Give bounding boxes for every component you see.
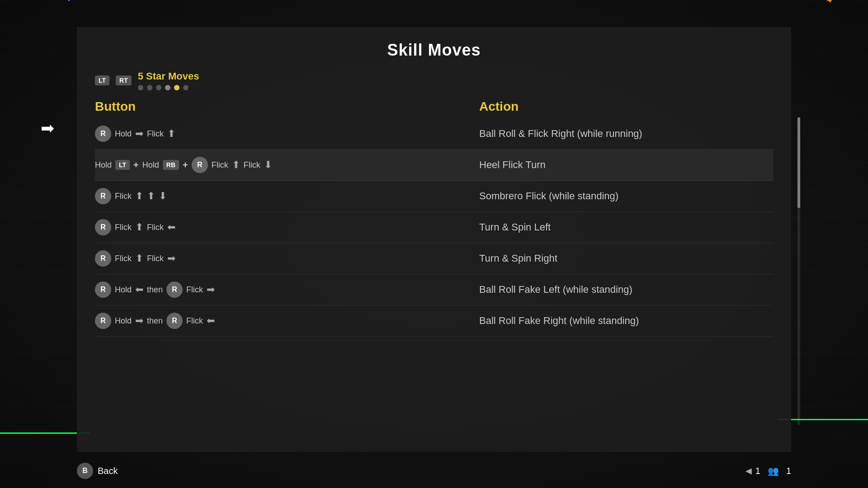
- dot-4: [165, 85, 170, 90]
- action-4: Turn & Spin Left: [479, 221, 773, 233]
- r-button-4: R: [95, 219, 111, 235]
- word-flick-6: Flick: [186, 285, 203, 295]
- word-flick-5b: Flick: [147, 254, 164, 263]
- arrow-right-7: ➡: [135, 315, 143, 327]
- move-row-5[interactable]: R Flick ⬆ Flick ➡ Turn & Spin Right: [95, 243, 773, 274]
- main-panel: Skill Moves LT RT 5 Star Moves Button Ac…: [77, 27, 791, 452]
- move-row-3[interactable]: R Flick ⬆ ⬆ ⬇ Sombrero Flick (while stan…: [95, 181, 773, 212]
- move-row-4[interactable]: R Flick ⬆ Flick ⬅ Turn & Spin Left: [95, 212, 773, 243]
- deco-line-green-right: [778, 419, 868, 420]
- back-button[interactable]: B Back: [77, 463, 118, 479]
- button-sequence-7: R Hold ➡ then R Flick ⬅: [95, 313, 479, 329]
- word-hold-2a: Hold: [95, 160, 112, 170]
- move-row-2[interactable]: Hold LT + Hold RB + R Flick ⬆ Flick ⬇ He…: [95, 150, 773, 181]
- word-flick-7: Flick: [186, 316, 203, 326]
- category-header: LT RT 5 Star Moves: [95, 70, 773, 90]
- dot-5: [174, 85, 179, 90]
- plus-2b: +: [183, 160, 188, 170]
- r-button-6b: R: [166, 282, 183, 298]
- rt-trigger[interactable]: RT: [116, 75, 132, 85]
- action-6: Ball Roll Fake Left (while standing): [479, 284, 773, 296]
- dot-6: [183, 85, 189, 90]
- player-icon: 👥: [768, 465, 779, 476]
- lt-trigger[interactable]: LT: [95, 75, 109, 85]
- word-then-6: then: [147, 285, 163, 295]
- scrollbar-thumb: [797, 117, 800, 208]
- button-sequence-5: R Flick ⬆ Flick ➡: [95, 250, 479, 267]
- arrow-up-2: ⬆: [232, 159, 240, 171]
- word-flick-2b: Flick: [244, 160, 260, 170]
- arrow-up-3b: ⬆: [147, 190, 155, 202]
- arrow-left-7: ⬅: [207, 315, 215, 327]
- column-headers: Button Action: [95, 99, 773, 114]
- button-sequence-4: R Flick ⬆ Flick ⬅: [95, 219, 479, 235]
- r-button-5: R: [95, 250, 111, 267]
- selection-arrow: ➡: [41, 119, 54, 138]
- arrow-up-4: ⬆: [135, 221, 143, 233]
- move-row-1[interactable]: R Hold ➡ Flick ⬆ Ball Roll & Flick Right…: [95, 118, 773, 150]
- action-2: Heel Flick Turn: [479, 159, 773, 171]
- page-info: ◀ 1 👥 1: [745, 465, 791, 476]
- arrow-down-3: ⬇: [159, 190, 167, 202]
- b-circle: B: [77, 463, 93, 479]
- button-sequence-6: R Hold ⬅ then R Flick ➡: [95, 282, 479, 298]
- word-then-7: then: [147, 316, 163, 326]
- page-title: Skill Moves: [95, 41, 773, 60]
- arrow-right-6: ➡: [207, 284, 215, 296]
- back-label: Back: [98, 466, 118, 476]
- r-button-7b: R: [166, 313, 183, 329]
- button-sequence-2: Hold LT + Hold RB + R Flick ⬆ Flick ⬇: [95, 157, 479, 173]
- button-column-header: Button: [95, 99, 479, 114]
- arrow-right-1: ➡: [135, 128, 143, 140]
- moves-list: R Hold ➡ Flick ⬆ Ball Roll & Flick Right…: [95, 118, 773, 337]
- word-hold-2b: Hold: [142, 160, 159, 170]
- lt-btn-2: LT: [115, 160, 130, 170]
- plus-2a: +: [133, 160, 139, 170]
- word-flick-3: Flick: [115, 192, 132, 201]
- page-nav: ◀ 1: [745, 466, 760, 476]
- dot-2: [147, 85, 152, 90]
- r-button-1: R: [95, 126, 111, 142]
- action-column-header: Action: [479, 99, 773, 114]
- nav-arrow-left: ◀: [745, 466, 752, 476]
- move-row-7[interactable]: R Hold ➡ then R Flick ⬅ Ball Roll Fake R…: [95, 305, 773, 337]
- word-hold-1: Hold: [115, 129, 132, 139]
- button-sequence-3: R Flick ⬆ ⬆ ⬇: [95, 188, 479, 204]
- scrollbar[interactable]: [797, 117, 800, 425]
- word-flick-1: Flick: [147, 129, 164, 139]
- dot-1: [138, 85, 143, 90]
- word-flick-5a: Flick: [115, 254, 132, 263]
- dot-3: [156, 85, 161, 90]
- word-hold-6: Hold: [115, 285, 132, 295]
- arrow-left-6: ⬅: [135, 284, 143, 296]
- action-5: Turn & Spin Right: [479, 253, 773, 264]
- arrow-left-4: ⬅: [167, 221, 175, 233]
- arrow-down-2: ⬇: [264, 159, 272, 171]
- action-7: Ball Roll Fake Right (while standing): [479, 315, 773, 327]
- arrow-up-3a: ⬆: [135, 190, 143, 202]
- category-dots: [138, 85, 199, 90]
- arrow-up-5: ⬆: [135, 253, 143, 264]
- arrow-up-1: ⬆: [167, 128, 175, 140]
- word-hold-7: Hold: [115, 316, 132, 326]
- move-row-6[interactable]: R Hold ⬅ then R Flick ➡ Ball Roll Fake L…: [95, 274, 773, 305]
- bottom-bar: B Back ◀ 1 👥 1: [77, 463, 791, 479]
- action-3: Sombrero Flick (while standing): [479, 190, 773, 202]
- word-flick-4b: Flick: [147, 223, 164, 232]
- button-sequence-1: R Hold ➡ Flick ⬆: [95, 126, 479, 142]
- word-flick-2a: Flick: [212, 160, 228, 170]
- rb-btn-2: RB: [163, 160, 179, 170]
- r-button-6a: R: [95, 282, 111, 298]
- r-button-3: R: [95, 188, 111, 204]
- page-number: 1: [755, 466, 760, 476]
- category-name: 5 Star Moves: [138, 70, 199, 82]
- arrow-right-5: ➡: [167, 253, 175, 264]
- action-1: Ball Roll & Flick Right (while running): [479, 128, 773, 140]
- r-button-7a: R: [95, 313, 111, 329]
- r-button-2: R: [192, 157, 208, 173]
- player-count: 1: [786, 466, 791, 476]
- word-flick-4a: Flick: [115, 223, 132, 232]
